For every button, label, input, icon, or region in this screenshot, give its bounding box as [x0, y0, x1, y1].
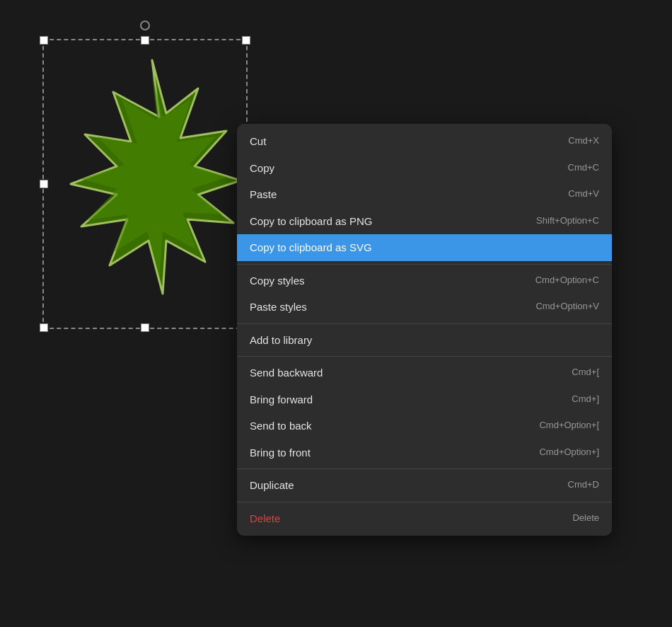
- svg-marker-1: [81, 74, 228, 278]
- menu-divider-3: [237, 356, 612, 357]
- menu-item-add-library[interactable]: Add to library: [237, 327, 612, 354]
- handle-bottom-middle[interactable]: [141, 323, 149, 332]
- handle-top-left[interactable]: [40, 36, 48, 45]
- menu-item-shortcut-delete: Delete: [572, 512, 599, 524]
- menu-item-label-send-to-back: Send to back: [250, 419, 312, 433]
- menu-item-bring-forward[interactable]: Bring forwardCmd+]: [237, 386, 612, 413]
- handle-top-middle[interactable]: [141, 36, 149, 45]
- menu-item-shortcut-copy: Cmd+C: [568, 162, 599, 174]
- menu-item-bring-to-front[interactable]: Bring to frontCmd+Option+]: [237, 439, 612, 466]
- menu-item-label-add-library: Add to library: [250, 333, 312, 347]
- menu-item-shortcut-send-to-back: Cmd+Option+[: [539, 420, 599, 432]
- menu-item-label-copy: Copy: [250, 161, 274, 176]
- menu-divider-4: [237, 468, 612, 469]
- menu-item-paste-styles[interactable]: Paste stylesCmd+Option+V: [237, 294, 612, 321]
- menu-item-delete[interactable]: DeleteDelete: [237, 505, 612, 532]
- menu-item-shortcut-copy-styles: Cmd+Option+C: [535, 275, 599, 287]
- handle-bottom-left[interactable]: [40, 323, 48, 332]
- menu-item-label-send-backward: Send backward: [250, 366, 323, 380]
- menu-item-send-to-back[interactable]: Send to backCmd+Option+[: [237, 413, 612, 439]
- menu-item-label-duplicate: Duplicate: [250, 478, 294, 493]
- menu-item-paste[interactable]: PasteCmd+V: [237, 181, 612, 208]
- menu-item-shortcut-bring-to-front: Cmd+Option+]: [539, 447, 599, 459]
- menu-item-shortcut-copy-png: Shift+Option+C: [536, 215, 599, 227]
- star-shape: [57, 53, 248, 322]
- context-menu: CutCmd+XCopyCmd+CPasteCmd+VCopy to clipb…: [237, 124, 612, 536]
- menu-item-label-cut: Cut: [250, 134, 266, 149]
- menu-item-label-copy-styles: Copy styles: [250, 274, 305, 288]
- menu-item-copy[interactable]: CopyCmd+C: [237, 155, 612, 182]
- menu-item-cut[interactable]: CutCmd+X: [237, 128, 612, 155]
- menu-divider-1: [237, 264, 612, 265]
- menu-divider-5: [237, 502, 612, 502]
- menu-item-copy-png[interactable]: Copy to clipboard as PNGShift+Option+C: [237, 208, 612, 235]
- menu-item-shortcut-paste: Cmd+V: [568, 188, 599, 200]
- menu-item-copy-styles[interactable]: Copy stylesCmd+Option+C: [237, 268, 612, 294]
- menu-item-shortcut-duplicate: Cmd+D: [568, 479, 599, 491]
- handle-top-right[interactable]: [242, 36, 250, 45]
- canvas: CutCmd+XCopyCmd+CPasteCmd+VCopy to clipb…: [0, 0, 672, 627]
- menu-item-label-copy-svg: Copy to clipboard as SVG: [250, 241, 372, 255]
- menu-item-label-paste: Paste: [250, 188, 277, 202]
- handle-middle-left[interactable]: [40, 180, 48, 188]
- menu-item-label-paste-styles: Paste styles: [250, 300, 307, 314]
- menu-item-label-copy-png: Copy to clipboard as PNG: [250, 214, 372, 229]
- menu-item-shortcut-send-backward: Cmd+[: [572, 367, 599, 379]
- menu-item-send-backward[interactable]: Send backwardCmd+[: [237, 359, 612, 386]
- rotation-handle[interactable]: [140, 21, 150, 30]
- menu-item-copy-svg[interactable]: Copy to clipboard as SVG: [237, 234, 612, 261]
- menu-item-label-delete: Delete: [250, 512, 280, 526]
- menu-item-duplicate[interactable]: DuplicateCmd+D: [237, 472, 612, 499]
- menu-item-shortcut-cut: Cmd+X: [568, 135, 599, 147]
- menu-item-shortcut-bring-forward: Cmd+]: [572, 393, 599, 405]
- menu-divider-2: [237, 323, 612, 324]
- menu-item-shortcut-paste-styles: Cmd+Option+V: [535, 301, 599, 313]
- menu-item-label-bring-forward: Bring forward: [250, 393, 313, 407]
- menu-item-label-bring-to-front: Bring to front: [250, 446, 311, 460]
